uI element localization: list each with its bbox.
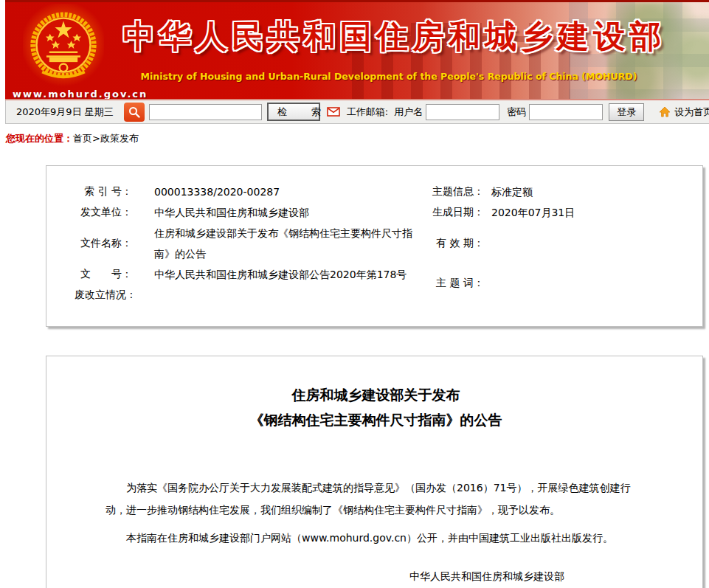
announcement-paragraph: 本指南在住房和城乡建设部门户网站（www.mohurd.gov.cn）公开，并由…	[106, 527, 646, 549]
meta-row-valid-period: 有 效 期：	[432, 233, 691, 254]
site-title-en: Ministry of Housing and Urban-Rural Deve…	[123, 71, 654, 82]
meta-value: 中华人民共和国住房和城乡建设部	[154, 202, 309, 223]
meta-value: 标准定额	[491, 181, 533, 202]
meta-label: 生成日期：	[432, 206, 484, 219]
meta-value: 住房和城乡建设部关于发布《钢结构住宅主要构件尺寸指南》的公告	[154, 223, 416, 264]
meta-row-subject-words: 主 题 词：	[432, 273, 691, 294]
home-icon[interactable]	[659, 106, 671, 117]
password-input[interactable]	[529, 104, 603, 120]
meta-row-index-no: 索 引 号： 000013338/2020-00287	[75, 181, 432, 202]
search-button[interactable]: 检 索	[267, 103, 320, 121]
current-date: 2020年9月9日 星期三	[16, 106, 114, 119]
meta-value: 2020年07月31日	[491, 202, 575, 223]
login-button[interactable]: 登录	[609, 103, 644, 121]
meta-row-doc-number: 文 号： 中华人民共和国住房和城乡建设部公告2020年第178号	[75, 264, 432, 285]
meta-label: 有 效 期：	[432, 237, 484, 250]
header-site-url: www.mohurd.gov.cn	[13, 89, 148, 100]
toolbar: 2020年9月9日 星期三 检 索 工作邮箱: 用户名 密码 登录 设为首页	[5, 100, 709, 124]
set-home-link[interactable]: 设为首页	[674, 106, 709, 119]
announcement-title-line1: 住房和城乡建设部关于发布	[106, 382, 646, 407]
meta-row-create-date: 生成日期： 2020年07月31日	[432, 202, 691, 223]
mail-icon	[327, 107, 340, 117]
site-title-cn: 中华人民共和国住房和城乡建设部	[123, 15, 654, 58]
page: www.mohurd.gov.cn 中华人民共和国住房和城乡建设部 Minist…	[5, 0, 709, 588]
site-header-banner: www.mohurd.gov.cn 中华人民共和国住房和城乡建设部 Minist…	[5, 0, 709, 100]
password-label: 密码	[507, 106, 526, 119]
meta-label: 主 题 词：	[432, 277, 484, 290]
username-input[interactable]	[426, 104, 499, 120]
search-input[interactable]	[149, 104, 262, 120]
meta-row-issuing-unit: 发文单位： 中华人民共和国住房和城乡建设部	[75, 202, 432, 223]
meta-label: 文 号：	[75, 268, 132, 281]
meta-value: 000013338/2020-00287	[154, 181, 280, 202]
meta-label: 索 引 号：	[75, 185, 132, 198]
username-label: 用户名	[394, 106, 423, 119]
announcement-paragraph: 为落实《国务院办公厅关于大力发展装配式建筑的指导意见》（国办发（2016）71号…	[106, 477, 646, 521]
meta-label: 废改立情况：	[75, 288, 132, 302]
announcement-title: 住房和城乡建设部关于发布 《钢结构住宅主要构件尺寸指南》的公告	[106, 382, 646, 432]
breadcrumb: 您现在的位置：首页>政策发布	[6, 132, 709, 145]
meta-label: 主题信息：	[432, 185, 484, 198]
announcement-box: 住房和城乡建设部关于发布 《钢结构住宅主要构件尺寸指南》的公告 为落实《国务院办…	[46, 356, 703, 588]
meta-row-doc-title: 文件名称： 住房和城乡建设部关于发布《钢结构住宅主要构件尺寸指南》的公告	[75, 223, 432, 264]
meta-value: 中华人民共和国住房和城乡建设部公告2020年第178号	[154, 264, 407, 285]
announcement-body: 为落实《国务院办公厅关于大力发展装配式建筑的指导意见》（国办发（2016）71号…	[106, 477, 646, 549]
meta-right-column: 主题信息： 标准定额 生成日期： 2020年07月31日 有 效 期： 主 题 …	[432, 181, 691, 305]
signature-org: 中华人民共和国住房和城乡建设部	[398, 565, 575, 587]
meta-left-column: 索 引 号： 000013338/2020-00287 发文单位： 中华人民共和…	[75, 181, 432, 305]
meta-row-repeal-status: 废改立情况：	[75, 285, 432, 305]
meta-label: 文件名称：	[75, 237, 132, 250]
meta-label: 发文单位：	[75, 206, 132, 219]
document-meta-box: 索 引 号： 000013338/2020-00287 发文单位： 中华人民共和…	[46, 165, 703, 327]
mailbox-label: 工作邮箱:	[347, 106, 388, 119]
search-icon[interactable]	[124, 103, 145, 122]
breadcrumb-prefix: 您现在的位置：	[6, 133, 73, 144]
breadcrumb-path[interactable]: 首页>政策发布	[73, 133, 139, 144]
announcement-signature-block: 中华人民共和国住房和城乡建设部 2020年7月31日	[398, 565, 575, 588]
national-emblem-icon	[23, 4, 104, 89]
meta-row-topic-info: 主题信息： 标准定额	[432, 181, 691, 202]
announcement-title-line2: 《钢结构住宅主要构件尺寸指南》的公告	[106, 407, 646, 432]
